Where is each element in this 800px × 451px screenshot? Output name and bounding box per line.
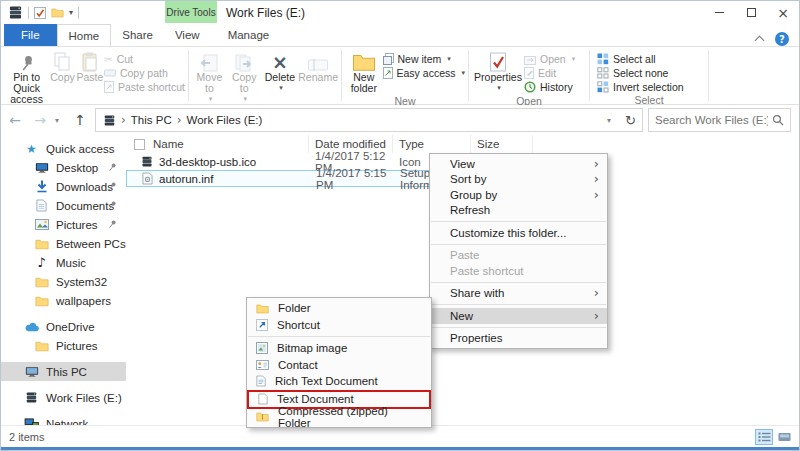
tab-manage[interactable]: Manage <box>217 24 281 46</box>
thumbnails-view-button[interactable] <box>775 429 793 445</box>
cloud-icon <box>24 322 39 332</box>
context-menu-item-share-with[interactable]: Share with › <box>430 286 607 302</box>
copy-path-button[interactable]: Copy path <box>104 67 185 79</box>
refresh-icon[interactable]: ↻ <box>625 113 636 128</box>
sidebar-item-network[interactable]: Network <box>1 414 126 425</box>
sidebar-item-music[interactable]: ♪ Music <box>1 253 126 272</box>
context-menu-item-properties[interactable]: Properties <box>430 331 607 347</box>
sidebar-item-label: Pictures <box>56 219 98 231</box>
column-label: Name <box>153 138 184 150</box>
item-count: 2 items <box>9 431 44 443</box>
sidebar-item-onedrive[interactable]: OneDrive <box>1 317 126 336</box>
breadcrumb-this-pc[interactable]: This PC <box>131 114 172 126</box>
submenu-item-compressed-zipped-folder[interactable]: Compressed (zipped) Folder <box>247 409 431 426</box>
new-folder-icon[interactable] <box>51 7 64 18</box>
sidebar-item-wallpapers[interactable]: wallpapers <box>1 291 126 310</box>
tab-file[interactable]: File <box>4 24 57 46</box>
column-header-size[interactable]: Size <box>471 135 533 153</box>
context-menu-item-customize-this-folder[interactable]: Customize this folder... <box>430 225 607 241</box>
sidebar-item-onedrive-pictures[interactable]: Pictures <box>1 336 126 355</box>
column-header-name[interactable]: Name <box>126 135 309 153</box>
ribbon-group-new: New folder New item ▾ Easy access ▾ New <box>342 47 468 104</box>
select-all-button[interactable]: Select all <box>597 53 684 65</box>
address-box[interactable]: › This PC › Work Files (E:) ▾ ↻ <box>95 108 643 132</box>
address-dropdown-caret-icon[interactable]: ▾ <box>607 116 617 125</box>
sidebar-item-quick-access[interactable]: ★ Quick access <box>1 139 126 158</box>
context-menu-item-group-by[interactable]: Group by › <box>430 187 607 203</box>
sidebar-item-pictures[interactable]: Pictures <box>1 215 126 234</box>
column-label: Date modified <box>315 138 386 150</box>
history-button[interactable]: History <box>524 81 575 93</box>
tab-view[interactable]: View <box>164 24 211 46</box>
properties-check-icon[interactable] <box>34 7 46 19</box>
download-arrow-icon <box>34 180 49 193</box>
search-box[interactable] <box>648 108 791 132</box>
select-none-button[interactable]: Select none <box>597 67 684 79</box>
submenu-item-shortcut[interactable]: Shortcut <box>247 317 431 334</box>
help-icon[interactable]: ? <box>775 32 789 46</box>
paste-button[interactable]: Paste <box>76 49 104 83</box>
new-item-button[interactable]: New item ▾ <box>383 53 465 65</box>
open-button[interactable]: Open ▾ <box>524 53 575 65</box>
tab-home[interactable]: Home <box>57 24 112 46</box>
cut-button[interactable]: ✂ Cut <box>104 53 185 65</box>
customize-caret-icon[interactable]: ▾ <box>69 9 73 17</box>
submenu-item-folder[interactable]: Folder <box>247 300 431 317</box>
copy-to-button[interactable]: Copy to▾ <box>227 49 262 105</box>
context-menu-item-refresh[interactable]: Refresh <box>430 203 607 219</box>
copy-button[interactable]: Copy <box>49 49 76 83</box>
new-folder-button[interactable]: New folder <box>345 49 383 94</box>
submenu-item-contact[interactable]: Contact <box>247 357 431 374</box>
submenu-item-bitmap-image[interactable]: Bitmap image <box>247 340 431 357</box>
menu-item-label: Contact <box>278 359 318 371</box>
context-menu-item-new[interactable]: New › <box>430 308 607 324</box>
easy-access-button[interactable]: Easy access ▾ <box>383 67 465 79</box>
back-button[interactable]: ← <box>5 112 25 128</box>
sidebar-item-this-pc[interactable]: This PC <box>1 362 126 381</box>
sidebar-item-documents[interactable]: Documents <box>1 196 126 215</box>
sidebar-item-system32[interactable]: System32 <box>1 272 126 291</box>
submenu-arrow-icon: › <box>594 288 599 298</box>
rename-button[interactable]: Rename <box>298 49 338 83</box>
context-menu-item-view[interactable]: View › <box>430 156 607 172</box>
up-button[interactable]: ↑ <box>70 112 90 128</box>
sidebar-item-between-pcs[interactable]: Between PCs <box>1 234 126 253</box>
sidebar-item-label: Between PCs <box>56 238 126 250</box>
column-header-type[interactable]: Type <box>393 135 471 153</box>
breadcrumb-current-folder[interactable]: Work Files (E:) <box>187 114 263 126</box>
submenu-item-rich-text-document[interactable]: Rich Text Document <box>247 373 431 390</box>
minimize-button[interactable] <box>703 1 735 24</box>
sidebar-item-desktop[interactable]: Desktop <box>1 158 126 177</box>
text-document-icon <box>258 393 268 405</box>
ribbon-group-organize: Move to▾ Copy to▾ × Delete ▾ <box>189 47 341 104</box>
edit-button[interactable]: Edit <box>524 67 575 79</box>
maximize-button[interactable] <box>735 1 767 24</box>
pin-to-quick-access-button[interactable]: Pin to Quick access <box>4 49 49 105</box>
sidebar-item-work-files[interactable]: Work Files (E:) <box>1 388 126 407</box>
monitor-icon <box>34 162 49 174</box>
properties-button[interactable]: Properties ▾ <box>472 49 524 94</box>
select-all-checkbox[interactable] <box>134 139 145 150</box>
pin-icon <box>108 200 117 210</box>
recent-locations-caret-icon[interactable]: ▾ <box>55 116 65 125</box>
sidebar-item-downloads[interactable]: Downloads <box>1 177 126 196</box>
setup-file-icon <box>142 172 153 185</box>
tab-share[interactable]: Share <box>111 24 164 46</box>
button-label: Invert selection <box>613 81 684 93</box>
forward-button[interactable]: → <box>30 112 50 128</box>
invert-selection-button[interactable]: Invert selection <box>597 81 684 93</box>
column-header-date-modified[interactable]: Date modified <box>309 135 393 153</box>
context-menu-item-sort-by[interactable]: Sort by › <box>430 172 607 188</box>
minimize-ribbon-icon[interactable] <box>755 36 765 46</box>
close-button[interactable]: × <box>767 1 799 24</box>
select-none-icon <box>597 67 609 79</box>
menu-item-label: Compressed (zipped) Folder <box>278 405 423 429</box>
button-label: Move to <box>192 72 227 94</box>
history-icon <box>524 81 536 93</box>
delete-button[interactable]: × Delete ▾ <box>262 49 299 94</box>
context-menu-item-paste: Paste <box>430 248 607 264</box>
paste-shortcut-button[interactable]: Paste shortcut <box>104 81 185 93</box>
details-view-button[interactable] <box>755 429 773 445</box>
move-to-button[interactable]: Move to▾ <box>192 49 227 105</box>
search-input[interactable] <box>655 114 768 126</box>
